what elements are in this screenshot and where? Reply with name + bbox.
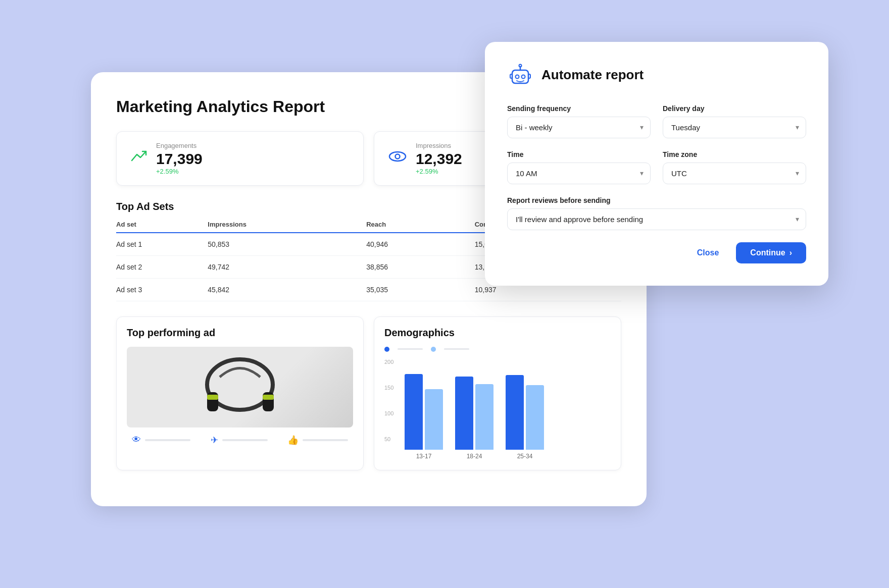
- svg-rect-6: [263, 395, 274, 400]
- metric-views: 👁: [132, 435, 190, 445]
- delivery-day-group: Delivery day Tuesday Monday Wednesday Th…: [663, 104, 806, 138]
- svg-rect-13: [528, 74, 530, 78]
- col-adset: Ad set: [116, 221, 192, 233]
- engagements-value: 17,399: [156, 150, 203, 168]
- time-label: Time: [507, 150, 651, 158]
- engagements-change: +2.59%: [156, 168, 203, 175]
- bar-label-2534: 25-34: [517, 453, 533, 460]
- chevron-right-icon: ›: [789, 248, 792, 257]
- shares-bar: [222, 439, 268, 441]
- demographics-legend: [384, 347, 611, 352]
- col-impressions: Impressions: [192, 221, 351, 233]
- engagements-info: Engagements 17,399 +2.59%: [156, 142, 203, 175]
- svg-point-1: [396, 154, 400, 159]
- bar-dark-1317: [405, 374, 423, 450]
- bar-label-1317: 13-17: [416, 453, 432, 460]
- eye-icon: [388, 149, 407, 167]
- bar-pair-2534: [506, 375, 544, 450]
- timezone-label: Time zone: [663, 150, 806, 158]
- row3-reach: 35,035: [351, 278, 459, 301]
- svg-point-0: [389, 152, 406, 161]
- bar-pair-1317: [405, 374, 443, 450]
- delivery-day-select[interactable]: Tuesday Monday Wednesday Thursday Friday: [663, 117, 806, 138]
- time-select[interactable]: 10 AM 6 AM 7 AM 8 AM 9 AM 11 AM 12 PM: [507, 163, 651, 184]
- row2-name: Ad set 2: [116, 255, 192, 278]
- legend-light: [431, 347, 436, 352]
- row3-impressions: 45,842: [192, 278, 351, 301]
- sending-frequency-wrapper[interactable]: Bi - weekly Daily Weekly Monthly: [507, 117, 651, 138]
- timezone-wrapper[interactable]: UTC EST PST CST GMT: [663, 163, 806, 184]
- continue-button[interactable]: Continue ›: [736, 242, 806, 263]
- modal-title: Automate report: [541, 67, 644, 83]
- col-reach: Reach: [351, 221, 459, 233]
- automate-report-modal: Automate report Sending frequency Bi - w…: [485, 42, 828, 286]
- close-button[interactable]: Close: [688, 243, 728, 262]
- timezone-select[interactable]: UTC EST PST CST GMT: [663, 163, 806, 184]
- likes-icon: 👍: [287, 435, 299, 446]
- bar-light-2534: [526, 385, 544, 450]
- modal-footer: Close Continue ›: [507, 242, 806, 263]
- row2-impressions: 49,742: [192, 255, 351, 278]
- likes-bar: [303, 439, 348, 441]
- timezone-group: Time zone UTC EST PST CST GMT: [663, 150, 806, 184]
- row3-name: Ad set 3: [116, 278, 192, 301]
- views-icon: 👁: [132, 435, 141, 445]
- impressions-value: 12,392: [416, 150, 462, 168]
- demographics-section: Demographics 200 150 100 50: [374, 316, 621, 470]
- legend-dark: [384, 347, 389, 352]
- trend-up-icon: [131, 149, 147, 167]
- svg-rect-12: [510, 74, 512, 78]
- bar-dark-2534: [506, 375, 524, 450]
- headphones-svg: [184, 349, 295, 425]
- robot-icon: [507, 62, 533, 88]
- time-group: Time 10 AM 6 AM 7 AM 8 AM 9 AM 11 AM 12 …: [507, 150, 651, 184]
- bar-label-1824: 18-24: [467, 453, 482, 460]
- modal-header: Automate report: [507, 62, 806, 88]
- bar-light-1317: [425, 389, 443, 450]
- delivery-day-label: Delivery day: [663, 104, 806, 113]
- bar-group-1317: 13-17: [405, 374, 443, 460]
- bar-group-2534: 25-34: [506, 375, 544, 460]
- bar-light-1824: [475, 384, 493, 450]
- y-100: 100: [384, 410, 393, 416]
- sending-frequency-select[interactable]: Bi - weekly Daily Weekly Monthly: [507, 117, 651, 138]
- metric-shares: ✈: [211, 435, 268, 446]
- sending-frequency-group: Sending frequency Bi - weekly Daily Week…: [507, 104, 651, 138]
- engagements-label: Engagements: [156, 142, 203, 149]
- svg-point-11: [519, 64, 522, 67]
- continue-label: Continue: [750, 248, 785, 257]
- metric-likes: 👍: [287, 435, 348, 446]
- report-reviews-group: Report reviews before sending I'll revie…: [507, 196, 806, 230]
- y-200: 200: [384, 359, 393, 365]
- report-reviews-select[interactable]: I'll review and approve before sending S…: [507, 208, 806, 230]
- legend-bar-dark: [398, 348, 423, 350]
- views-bar: [145, 439, 190, 441]
- ad-image: [127, 347, 353, 427]
- top-ad-section: Top performing ad: [116, 316, 364, 470]
- demographics-title: Demographics: [384, 327, 611, 339]
- y-50: 50: [384, 436, 393, 442]
- impressions-label: Impressions: [416, 142, 462, 149]
- delivery-day-wrapper[interactable]: Tuesday Monday Wednesday Thursday Friday: [663, 117, 806, 138]
- form-row-1: Sending frequency Bi - weekly Daily Week…: [507, 104, 806, 138]
- ad-metrics: 👁 ✈ 👍: [127, 435, 353, 446]
- bar-dark-1824: [455, 377, 473, 450]
- sending-frequency-label: Sending frequency: [507, 104, 651, 113]
- report-reviews-label: Report reviews before sending: [507, 196, 806, 204]
- row1-reach: 40,946: [351, 233, 459, 256]
- row1-impressions: 50,853: [192, 233, 351, 256]
- impressions-info: Impressions 12,392 +2.59%: [416, 142, 462, 175]
- row1-name: Ad set 1: [116, 233, 192, 256]
- time-wrapper[interactable]: 10 AM 6 AM 7 AM 8 AM 9 AM 11 AM 12 PM: [507, 163, 651, 184]
- bar-group-1824: 18-24: [455, 377, 493, 460]
- legend-bar-light: [444, 348, 469, 350]
- impressions-change: +2.59%: [416, 168, 462, 175]
- y-150: 150: [384, 385, 393, 391]
- bar-pair-1824: [455, 377, 493, 450]
- engagements-card: Engagements 17,399 +2.59%: [116, 131, 364, 186]
- svg-point-8: [516, 75, 519, 78]
- top-ad-title: Top performing ad: [127, 327, 353, 339]
- svg-rect-5: [207, 395, 218, 400]
- report-reviews-wrapper[interactable]: I'll review and approve before sending S…: [507, 208, 806, 230]
- form-row-2: Time 10 AM 6 AM 7 AM 8 AM 9 AM 11 AM 12 …: [507, 150, 806, 184]
